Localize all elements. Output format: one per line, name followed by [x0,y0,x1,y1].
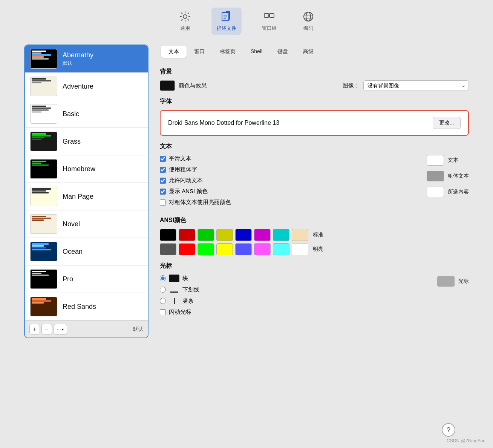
ansi-std-4[interactable] [235,229,252,241]
ocean-info: Ocean [63,248,83,256]
bright-bold-checkbox[interactable] [160,199,166,206]
toolbar-profile-label: 描述文件 [217,25,236,32]
ansi-std-7[interactable] [292,229,308,241]
bright-bold-label: 对粗体文本使用亮丽颜色 [169,199,231,206]
ansi-bright-4[interactable] [235,243,252,255]
thumbnail-abernathy [30,49,57,69]
ansi-bright-0[interactable] [160,243,176,255]
cursor-radio-group: 块 下划线 竖条 [160,275,422,319]
profile-icon [220,11,233,23]
font-name-text: Droid Sans Mono Dotted for Powerline 13 [168,120,427,126]
text-options: 平滑文本 使用粗体字 允许闪动文本 显示 ANSI 颜色 对粗体文本使用亮丽颜色 [160,155,469,210]
tab-keyboard[interactable]: 键盘 [270,46,295,58]
cursor-section-label: 光标 [160,262,469,270]
ansi-bright-3[interactable] [216,243,233,255]
selection-color-swatch[interactable] [427,187,444,197]
bold-text-checkbox[interactable] [160,167,166,173]
gear-icon [179,11,191,23]
toolbar-item-window-group[interactable]: 窗口组 [257,8,282,35]
ansi-std-3[interactable] [216,229,233,241]
pro-name: Pro [63,275,73,283]
sidebar-item-adventure[interactable]: Adventure [25,73,148,100]
font-box: Droid Sans Mono Dotted for Powerline 13 … [160,110,469,136]
sidebar-item-basic[interactable]: Basic [25,100,148,128]
ansi-section: ANSI颜色 标准 明亮 [160,216,469,255]
help-button[interactable]: ? [442,423,455,437]
chevron-down-icon: ▾ [62,327,64,331]
remove-profile-button[interactable]: − [41,324,52,334]
cursor-blink-label: 闪动光标 [169,308,191,316]
toolbar-item-general[interactable]: 通用 [174,8,196,35]
cursor-blink-checkbox[interactable] [160,309,166,315]
abernathy-sub: 默认 [63,60,93,67]
thumbnail-novel [30,214,57,234]
ansi-color-checkbox[interactable] [160,189,166,195]
grass-name: Grass [63,138,81,146]
tab-shell[interactable]: Shell [243,46,270,58]
tab-tagspage[interactable]: 标签页 [212,46,243,58]
toolbar: 通用 描述文件 窗口组 [174,0,320,41]
ansi-std-0[interactable] [160,229,176,241]
ocean-name: Ocean [63,248,83,256]
bold-text-label: 使用粗体字 [169,166,197,173]
text-color-swatch[interactable] [427,155,444,166]
window-group-icon [263,11,275,23]
default-label: 默认 [133,326,143,333]
bg-image-select[interactable]: 没有背景图像 [363,80,469,91]
cursor-swatch-label: 光标 [458,278,469,285]
ansi-bright-6[interactable] [273,243,289,255]
toolbar-item-encoding[interactable]: 编码 [297,8,320,35]
blink-text-checkbox[interactable] [160,178,166,184]
ansi-std-6[interactable] [273,229,289,241]
ansi-bright-1[interactable] [179,243,195,255]
add-profile-button[interactable]: + [29,324,40,334]
homebrew-name: Homebrew [63,165,95,173]
sidebar: Abernathy 默认 Adventure [24,44,149,338]
ansi-bright-5[interactable] [254,243,271,255]
sidebar-item-manpage[interactable]: Man Page [25,183,148,210]
toolbar-windowgroup-label: 窗口组 [262,25,277,32]
toolbar-encoding-label: 编码 [303,25,313,32]
sidebar-item-grass[interactable]: Grass [25,128,148,155]
sidebar-item-redsands[interactable]: Red Sands [25,293,148,321]
ansi-bright-7[interactable] [292,243,308,255]
grass-info: Grass [63,138,81,146]
sidebar-item-homebrew[interactable]: Homebrew [25,155,148,183]
sidebar-item-abernathy[interactable]: Abernathy 默认 [25,45,148,73]
right-panel: 文本 窗口 标签页 Shell 键盘 高级 背景 颜色与效果 图像： 没有背景图… [149,44,469,338]
sidebar-bottom-bar: + − ··· ▾ 默认 [25,321,148,338]
selection-color-row: 所选内容 [427,187,469,197]
sidebar-item-pro[interactable]: Pro [25,265,148,293]
blink-text-label: 允许闪动文本 [169,177,203,184]
text-color-row: 文本 [427,155,469,166]
tab-advanced[interactable]: 高级 [295,46,321,58]
thumbnail-manpage [30,187,57,206]
ansi-bright-2[interactable] [198,243,214,255]
cursor-bar-radio[interactable] [160,298,166,304]
cursor-color-swatch[interactable] [437,276,455,287]
cursor-underline-icon [169,286,179,293]
smooth-text-checkbox[interactable] [160,156,166,162]
more-options-button[interactable]: ··· ▾ [54,324,67,334]
thumbnail-pro [30,269,57,289]
redsands-info: Red Sands [63,303,96,311]
tab-text[interactable]: 文本 [161,46,187,58]
cursor-bar-row: 竖条 [160,297,422,305]
bold-color-swatch[interactable] [427,171,444,181]
cursor-options: 块 下划线 竖条 [160,275,469,319]
ansi-std-1[interactable] [179,229,195,241]
cursor-block-radio[interactable] [160,275,166,281]
ansi-std-2[interactable] [198,229,214,241]
ansi-std-5[interactable] [254,229,271,241]
svg-point-0 [183,15,187,18]
cursor-underline-radio[interactable] [160,287,166,293]
font-change-button[interactable]: 更改... [433,117,461,129]
toolbar-item-profile[interactable]: 描述文件 [211,8,242,35]
cursor-block-icon [169,275,179,282]
manpage-name: Man Page [63,193,93,201]
tab-window[interactable]: 窗口 [187,46,212,58]
background-section-label: 背景 [160,68,469,76]
sidebar-item-novel[interactable]: Novel [25,210,148,238]
bg-color-swatch[interactable] [160,80,175,91]
sidebar-item-ocean[interactable]: Ocean [25,238,148,265]
